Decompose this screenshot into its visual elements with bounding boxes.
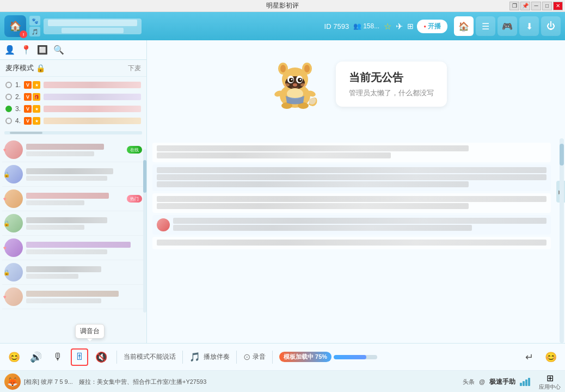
nav-power-btn[interactable]: ⏻ <box>541 16 561 36</box>
tool-user-icon[interactable]: 👤 <box>4 45 15 55</box>
header-actions: 开播 🏠 ☰ 🎮 ⬇ ⏻ <box>417 16 561 36</box>
queue-name-blur-4 <box>44 118 141 124</box>
user-item-2[interactable]: 🔒 <box>2 162 144 187</box>
queue-radio-2[interactable] <box>5 94 12 100</box>
sidebar-tools: 👤 📍 🔲 🔍 <box>0 40 146 60</box>
msg-line-2a <box>157 167 546 173</box>
tool-search-icon[interactable]: 🔍 <box>53 45 64 55</box>
volume-track[interactable] <box>334 355 377 359</box>
heart-icon-7: ♥ <box>3 294 7 300</box>
v-badge-2: V <box>24 93 32 101</box>
user-detail-7 <box>26 298 101 303</box>
action-bar: 😊 🔊 🎙 🎚 🔇 当前模式不能说话 🎵 播放伴奏 ⊙ 录音 模板加载中 75% <box>0 344 565 371</box>
lock-icon-2: 🔒 <box>3 171 10 177</box>
divider-3 <box>236 351 237 364</box>
medal-badge-3: ★ <box>33 105 40 113</box>
user-item-3[interactable]: ♥ 热门 <box>2 187 144 211</box>
announcement-area: 当前无公告 管理员太懒了，什么都没写 <box>147 40 565 122</box>
queue-name-blur-1 <box>44 82 141 88</box>
status-bar: 🦊 [相亲] 彼岸 7 5 9... 娅拉：美女集中营、招合作工作室/主播+Y2… <box>0 371 565 392</box>
queue-name-blur-2 <box>44 94 141 100</box>
user-avatar-5 <box>4 238 23 257</box>
music-icon: 🎵 <box>189 352 200 362</box>
record-label[interactable]: 录音 <box>253 352 266 362</box>
user-list: ♥ 在线 🔒 ♥ 热门 <box>0 137 146 310</box>
app-center-btn[interactable]: ⊞ 应用中心 <box>539 373 561 391</box>
nav-game-btn[interactable]: 🎮 <box>498 16 517 36</box>
plane-icon[interactable]: ✈ <box>396 21 403 32</box>
nav-list-btn[interactable]: ☰ <box>476 16 495 36</box>
enter-btn[interactable]: ↵ <box>520 348 538 366</box>
minimize-btn[interactable]: ─ <box>531 2 541 10</box>
svg-point-9 <box>304 65 310 72</box>
queue-item-2: 2. V 🎁 <box>4 91 142 103</box>
svg-point-8 <box>280 65 286 72</box>
chat-msg-3 <box>152 193 551 213</box>
emoji-icon[interactable]: 😊 <box>5 348 23 366</box>
queue-radio-1[interactable] <box>5 82 12 88</box>
restore-btn[interactable]: ❐ <box>509 2 519 10</box>
broadcast-btn[interactable]: 开播 <box>417 20 447 33</box>
pin-btn[interactable]: 📌 <box>520 2 530 10</box>
tool-camera-icon[interactable]: 🔲 <box>37 45 48 55</box>
user-item-7[interactable]: ♥ <box>2 285 144 309</box>
emoji-chat-btn[interactable]: 😊 <box>542 348 560 366</box>
heart-icon-3: ♥ <box>3 196 7 202</box>
mixer-icon[interactable]: 🎚 <box>71 348 88 366</box>
tool-location-icon[interactable]: 📍 <box>21 45 32 55</box>
msg-avatar-4 <box>157 218 170 231</box>
user-item-5[interactable]: ♥ <box>2 236 144 260</box>
user-name-5 <box>26 242 131 248</box>
msg-line-2c <box>157 181 469 187</box>
msg-line-4a <box>173 218 546 224</box>
music-label[interactable]: 播放伴奏 <box>204 352 230 362</box>
window-controls: ❐ 📌 ─ □ ✕ <box>509 2 563 10</box>
right-name: 极速手助 <box>489 377 515 387</box>
user-item-6[interactable]: 🔒 <box>2 260 144 285</box>
volume-icon[interactable]: 🔊 <box>27 348 45 366</box>
v-badge-4: V <box>24 117 32 125</box>
small-icon-1[interactable]: 🐾 <box>29 16 40 26</box>
nav-home-btn[interactable]: 🏠 <box>454 16 474 36</box>
nav-download-btn[interactable]: ⬇ <box>519 16 539 36</box>
divider-2 <box>182 351 183 364</box>
queue-radio-4[interactable] <box>5 118 12 124</box>
mic-icon[interactable]: 🎙 <box>49 348 66 366</box>
bottom-toolbar: 😊 🔊 🎙 🎚 🔇 当前模式不能说话 🎵 播放伴奏 ⊙ 录音 模板加载中 75% <box>0 343 565 392</box>
user-info-1 <box>26 144 124 156</box>
queue-icons-3: V ★ <box>24 105 40 113</box>
tooltip-text: 调音台 <box>80 327 100 335</box>
queue-icons-4: V ★ <box>24 117 40 125</box>
queue-name-blur-3 <box>44 106 141 112</box>
user-item-4[interactable]: 🔒 <box>2 211 144 236</box>
sidebar-scrollbar[interactable] <box>143 149 146 313</box>
user-badge-3: 热门 <box>127 195 142 203</box>
msg-line-4b <box>173 225 472 231</box>
close-btn[interactable]: ✕ <box>553 2 563 10</box>
queue-num-4: 4. <box>15 117 21 125</box>
room-name-box <box>44 19 142 34</box>
small-icon-2[interactable]: 🎵 <box>29 27 40 36</box>
sidebar: 👤 📍 🔲 🔍 麦序模式 🔒 下麦 1. V ★ 2. V 🎁 <box>0 40 147 343</box>
app-center-icon: ⊞ <box>546 373 554 383</box>
queue-down-btn[interactable]: 下麦 <box>128 64 141 73</box>
chat-msg-4 <box>152 215 551 235</box>
queue-num-3: 3. <box>15 105 21 113</box>
maximize-btn[interactable]: □ <box>542 2 552 10</box>
medal-badge-2: 🎁 <box>33 93 40 101</box>
logo-badge: ! <box>20 30 27 38</box>
grid-icon[interactable]: ⊞ <box>407 22 414 30</box>
v-badge-3: V <box>24 105 32 113</box>
cant-talk-label: 当前模式不能说话 <box>124 352 176 362</box>
star-icon[interactable]: ☆ <box>384 21 391 32</box>
user-detail-4 <box>26 225 84 230</box>
medal-badge-4: ★ <box>33 117 40 125</box>
queue-radio-3[interactable] <box>5 106 12 112</box>
chat-scrollbar[interactable] <box>560 138 564 343</box>
msg-line-5a <box>157 240 546 246</box>
user-info-2 <box>26 168 142 181</box>
queue-label: 麦序模式 🔒 <box>5 63 45 73</box>
svg-point-18 <box>284 83 290 87</box>
mute-icon[interactable]: 🔇 <box>93 348 110 366</box>
user-item-1[interactable]: ♥ 在线 <box>2 138 144 162</box>
